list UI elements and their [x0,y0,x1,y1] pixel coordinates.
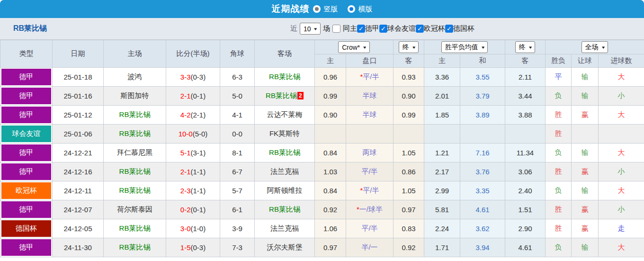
league-badge: 德甲 [1,144,51,161]
league-cell: 德国杯 [0,219,53,238]
result-cell: 负 [546,87,572,106]
home-team-cell: RB莱比锡 [104,181,166,200]
home-odds-cell: 0.96 [315,68,346,87]
mean-select[interactable]: 胜平负均值 ▾ [441,41,488,53]
vertical-layout-label[interactable]: 竖版 [324,5,338,14]
odds-final-cell: 终 ▾ [394,40,424,54]
date-cell: 24-12-16 [53,162,104,181]
home-team-cell: RB莱比锡 [104,162,166,181]
league-filter-checkbox-decup[interactable] [445,25,453,33]
league-badge: 德甲 [1,107,51,123]
fulltime-score: 5-1 [180,149,191,157]
col-header-type: 类型 [0,40,53,68]
home-odds-cell [315,125,346,144]
mean-final-select[interactable]: 终 ▾ [515,41,536,53]
away-team-name: 云达不莱梅 [267,110,303,118]
league-cell: 欧冠杯 [0,181,53,200]
home-odds-cell: 0.84 [315,144,346,162]
matches-label: 场 [323,24,330,33]
away-team-cell: RB莱比锡 [255,200,315,219]
handicap-cell: 平/半 [346,219,394,238]
away-team-name: 法兰克福 [270,167,299,175]
league-filter-checkbox-friendly[interactable] [379,25,387,33]
horizontal-layout-radio[interactable] [348,5,355,13]
away-team-cell: RB莱比锡 [255,144,315,162]
recent-count-select[interactable]: 10 ▾ [300,23,321,35]
halftime-score: (0-1) [191,206,206,214]
halftime-score: (0-1) [191,92,206,100]
halftime-score: (1-1) [191,187,206,195]
handicap-value: 一/球半 [359,205,383,213]
halftime-score: (2-1) [191,111,206,119]
mean-home-cell: 2.01 [424,87,460,106]
odds-final-select[interactable]: 终 ▾ [399,41,419,53]
odds-away-header: 客 [394,54,424,68]
same-home-label: 同主 [343,24,357,33]
goals-cell: 大 [599,144,644,162]
mean-draw-cell: 3.35 [460,181,505,200]
mean-home-header: 主 [424,54,460,68]
match-row: 德甲 25-01-18 波鸿 3-3(0-3) 6-3 RB莱比锡 0.96 *… [0,68,644,87]
corners-cell: 5-0 [220,87,255,106]
same-home-checkbox[interactable] [332,25,340,33]
handicap-cell: 平/半 [346,162,394,181]
handicap-result-cell: 输 [572,87,599,106]
away-team-cell: RB莱比锡2 [255,87,315,106]
chevron-down-icon: ▾ [363,45,366,50]
col-header-corners: 角球 [220,40,255,68]
mean-draw-cell: 3.89 [460,106,505,125]
away-odds-cell: 1.05 [394,181,424,200]
fulltime-score: 2-3 [180,187,191,195]
mean-home-cell: 1.21 [424,144,460,162]
score-cell: 4-2(2-1) [166,106,220,125]
result-cell: 胜 [546,219,572,238]
col-header-away: 客场 [255,40,315,68]
handicap-result-header: 让球 [572,54,599,68]
horizontal-layout-label[interactable]: 横版 [358,5,373,14]
home-team-cell: RB莱比锡 [104,106,166,125]
match-row: 欧冠杯 24-12-11 RB莱比锡 2-3(1-1) 5-7 阿斯顿维拉 0.… [0,181,644,200]
home-odds-cell: 0.97 [315,238,346,257]
scope-select-cell: 全场 ▾ [546,40,644,54]
league-cell: 德甲 [0,106,53,125]
league-cell: 德甲 [0,144,53,162]
vertical-layout-radio[interactable] [313,5,321,13]
corners-cell: 6-1 [220,200,255,219]
mean-draw-cell: 7.16 [460,144,505,162]
handicap-result-cell: 赢 [572,200,599,219]
away-team-wrap: 法兰克福 [270,167,299,175]
mean-draw-header: 和 [460,54,505,68]
mean-select-cell: 胜平负均值 ▾ [424,40,505,54]
col-header-score: 比分(半场) [166,40,220,68]
score-cell: 2-1(0-1) [166,87,220,106]
handicap-result-cell: 输 [572,238,599,257]
chevron-down-icon: ▾ [482,45,484,50]
recent-results-panel: 近期战绩 竖版 横版 RB莱比锡 近 10 ▾ 场 同主 德甲 球会友谊 欧冠杯 [0,0,644,261]
away-team-name: RB莱比锡 [269,148,300,156]
fulltime-score: 1-5 [180,243,191,252]
handicap-cell: *一/球半 [346,200,394,219]
goals-cell: 小 [599,162,644,181]
league-badge: 欧冠杯 [1,182,51,199]
mean-home-cell: 2.99 [424,181,460,200]
corners-cell: 7-3 [220,238,255,257]
scope-select[interactable]: 全场 ▾ [581,41,608,53]
league-badge: 德甲 [1,239,51,256]
match-row: 德甲 24-11-30 RB莱比锡 1-5(0-3) 7-3 沃尔夫斯堡 0.9… [0,238,644,257]
odds-company-select[interactable]: Crow* ▾ [338,41,370,53]
corners-cell: 4-1 [220,106,255,125]
league-filter-checkbox-ucl[interactable] [416,25,424,33]
mean-draw-cell: 3.94 [460,238,505,257]
away-odds-cell: 0.92 [394,238,424,257]
league-filter-checkbox-dejia[interactable] [357,25,365,33]
mean-home-cell: 2.17 [424,162,460,181]
handicap-result-cell: 输 [572,181,599,200]
league-filter-label-dejia: 德甲 [365,24,379,33]
team-name: RB莱比锡 [13,24,47,34]
halftime-score: (0-3) [191,243,206,252]
score-cell: 1-5(0-3) [166,238,220,257]
handicap-value: 半球 [363,91,377,99]
goals-cell: 大 [599,238,644,257]
handicap-value: 平/半 [363,72,379,81]
away-team-wrap: RB莱比锡 [269,148,300,156]
